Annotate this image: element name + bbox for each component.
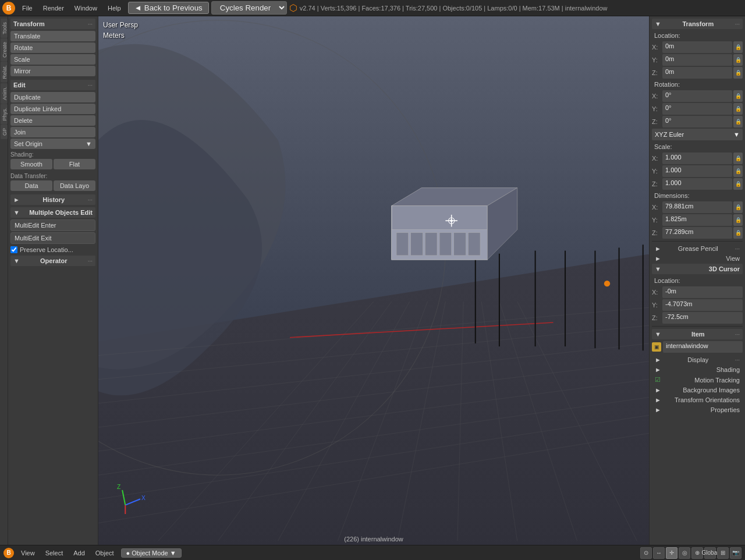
location-z-lock-icon[interactable]: 🔒: [733, 67, 743, 79]
item-name-input[interactable]: internalwindow: [663, 341, 743, 353]
rotation-z-lock-icon[interactable]: 🔒: [733, 116, 743, 127]
transform-icon[interactable]: ↔: [653, 547, 665, 559]
transform-orient-arrow-icon: ►: [655, 396, 661, 403]
bottom-object[interactable]: Object: [92, 549, 118, 557]
duplicate-linked-button[interactable]: Duplicate Linked: [10, 104, 95, 114]
flat-button[interactable]: Flat: [54, 159, 95, 169]
rotation-y-input[interactable]: 0°: [662, 103, 732, 115]
global-mode-btn[interactable]: Global: [704, 547, 716, 559]
svg-line-5: [98, 380, 649, 451]
rp-display-row[interactable]: ► Display ···: [652, 355, 743, 364]
rotation-z-input[interactable]: 0°: [662, 116, 732, 127]
dim-y-input[interactable]: 1.825m: [662, 214, 732, 226]
rotation-x-lock-icon[interactable]: 🔒: [733, 90, 743, 102]
dim-x-lock-icon[interactable]: 🔒: [733, 201, 743, 213]
tab-grease-pencil[interactable]: GP: [1, 125, 8, 139]
tab-physics[interactable]: Phys.: [1, 104, 8, 125]
multiedit-exit-button[interactable]: MultiEdit Exit: [10, 232, 95, 244]
layer-icon[interactable]: ⊞: [717, 547, 729, 559]
set-origin-dropdown[interactable]: Set Origin ▼: [10, 139, 95, 149]
rp-background-images-row[interactable]: ► Background Images: [652, 385, 743, 395]
location-x-label: X:: [652, 44, 662, 51]
multiple-objects-header[interactable]: ▼ Multiple Objects Edit: [10, 207, 95, 218]
tab-relations[interactable]: Relat.: [1, 62, 8, 83]
rp-view-row[interactable]: ► View: [652, 254, 743, 263]
data-button[interactable]: Data: [10, 180, 52, 191]
dim-z-lock-icon[interactable]: 🔒: [733, 227, 743, 239]
object-mode-button[interactable]: ● Object Mode ▼: [121, 548, 182, 558]
rp-grease-pencil-row[interactable]: ► Grease Pencil ···: [652, 244, 743, 253]
camera-icon[interactable]: 📷: [730, 547, 742, 559]
menu-file[interactable]: File: [17, 3, 37, 13]
scale-button[interactable]: Scale: [10, 54, 95, 65]
rp-motion-tracking-row[interactable]: ☑ Motion Tracking: [652, 375, 743, 385]
dim-y-lock-icon[interactable]: 🔒: [733, 214, 743, 226]
menu-render[interactable]: Render: [38, 3, 69, 13]
mirror-button[interactable]: Mirror: [10, 66, 95, 76]
cursor-x-input[interactable]: -0m: [662, 286, 743, 298]
scale-x-lock-icon[interactable]: 🔒: [733, 153, 743, 164]
rotation-mode-dropdown[interactable]: XYZ Euler ▼: [652, 129, 743, 140]
rp-shading-row[interactable]: ► Shading: [652, 365, 743, 374]
rp-transform-orientations-row[interactable]: ► Transform Orientations: [652, 395, 743, 405]
scale-z-lock-icon[interactable]: 🔒: [733, 178, 743, 190]
bottom-select[interactable]: Select: [42, 549, 67, 557]
rp-transform-header[interactable]: ▼ Transform ···: [652, 19, 743, 29]
cursor-mode-icon[interactable]: ✛: [666, 547, 677, 559]
tab-create[interactable]: Create: [1, 38, 8, 61]
scale-y-input[interactable]: 1.000: [662, 165, 732, 177]
rotation-x-input[interactable]: 0°: [662, 90, 732, 102]
right-panel: ▼ Transform ··· Location: X: 0m 🔒 Y: 0m …: [649, 16, 745, 545]
bottom-logo[interactable]: B: [3, 548, 14, 558]
rp-item-header[interactable]: ▼ Item ···: [652, 329, 743, 339]
bottom-view[interactable]: View: [17, 549, 38, 557]
cursor-z-input[interactable]: -72.5cm: [662, 312, 743, 324]
topbar: B File Render Window Help ◄ Back to Prev…: [0, 0, 745, 16]
back-to-previous-button[interactable]: ◄ Back to Previous: [128, 2, 209, 14]
rotate-button[interactable]: Rotate: [10, 42, 95, 53]
location-y-lock-icon[interactable]: 🔒: [733, 54, 743, 66]
join-button[interactable]: Join: [10, 127, 95, 137]
multiedit-enter-button[interactable]: MultiEdit Enter: [10, 219, 95, 231]
bottom-add[interactable]: Add: [70, 549, 88, 557]
location-y-input[interactable]: 0m: [662, 54, 732, 66]
duplicate-button[interactable]: Duplicate: [10, 92, 95, 102]
tab-animation[interactable]: Anim.: [1, 83, 8, 104]
rotation-y-lock-icon[interactable]: 🔒: [733, 103, 743, 115]
scale-y-lock-icon[interactable]: 🔒: [733, 165, 743, 177]
svg-line-12: [338, 302, 427, 541]
location-x-input[interactable]: 0m: [662, 41, 732, 53]
rp-location-title: Location:: [654, 32, 680, 39]
svg-line-7: [98, 415, 649, 499]
rp-location-x-row: X: 0m 🔒: [652, 41, 743, 53]
dim-x-input[interactable]: 79.881cm: [662, 201, 732, 213]
pivot-icon[interactable]: ◎: [679, 547, 690, 559]
rp-3d-cursor-header[interactable]: ▼ 3D Cursor: [652, 264, 743, 274]
history-header[interactable]: ► History ···: [10, 194, 95, 205]
translate-button[interactable]: Translate: [10, 31, 95, 41]
smooth-button[interactable]: Smooth: [10, 159, 52, 169]
render-engine-dropdown[interactable]: Cycles Render: [211, 1, 287, 15]
scale-x-input[interactable]: 1.000: [662, 153, 732, 164]
rp-dim-z-row: Z: 77.289cm 🔒: [652, 227, 743, 239]
snap-icon[interactable]: ⊙: [640, 547, 652, 559]
scale-z-input[interactable]: 1.000: [662, 178, 732, 190]
location-z-input[interactable]: 0m: [662, 67, 732, 79]
cursor-y-input[interactable]: -4.7073m: [662, 299, 743, 311]
menu-help[interactable]: Help: [103, 3, 126, 13]
edit-header[interactable]: Edit ···: [10, 80, 95, 90]
location-x-lock-icon[interactable]: 🔒: [733, 41, 743, 53]
rp-properties-row[interactable]: ► Properties: [652, 405, 743, 414]
data-layo-button[interactable]: Data Layo: [54, 180, 95, 191]
rp-scale-header: Scale:: [652, 142, 743, 151]
menu-window[interactable]: Window: [70, 3, 102, 13]
operator-header[interactable]: ▼ Operator ···: [10, 256, 95, 266]
tab-tools[interactable]: Tools: [1, 19, 8, 38]
transform-header[interactable]: Transform ···: [10, 19, 95, 29]
data-transfer-buttons: Data Data Layo: [10, 180, 95, 192]
viewport-3d[interactable]: X Z User Persp Meters (226) internalwind…: [98, 16, 649, 545]
delete-button[interactable]: Delete: [10, 115, 95, 126]
preserve-location-checkbox[interactable]: [10, 246, 17, 253]
dim-z-input[interactable]: 77.289cm: [662, 227, 732, 239]
blender-logo[interactable]: B: [2, 2, 15, 15]
